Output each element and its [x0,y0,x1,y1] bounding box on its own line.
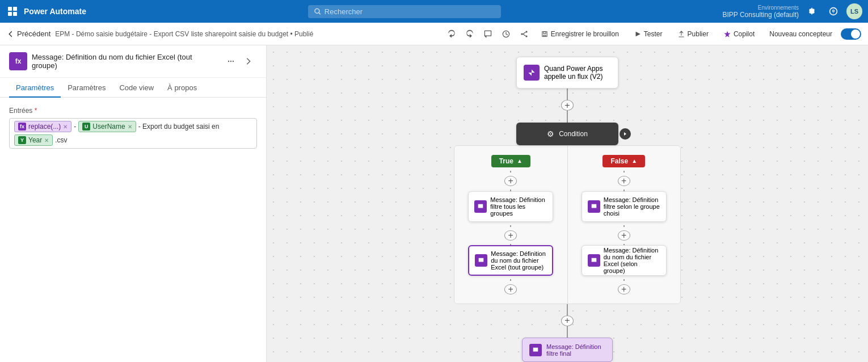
undo-icon[interactable] [444,26,460,42]
add-true-step-2[interactable]: + [504,230,517,241]
flow-container: Quand Power Apps appelle un flux (V2) + … [267,45,868,362]
app-icon[interactable] [6,5,19,18]
settings-icon-btn[interactable] [803,3,820,20]
token-year-text: Year [28,136,42,144]
svg-point-4 [315,9,319,13]
add-true-step-1[interactable]: + [504,176,517,186]
more-options-icon[interactable] [223,53,239,69]
false-branch-label[interactable]: False ▲ [602,155,645,167]
trigger-node[interactable]: Quand Power Apps appelle un flux (V2) [516,57,618,89]
tab-codeview[interactable]: Code view [112,78,161,98]
svg-point-16 [230,61,231,62]
plain-text-middle: - Export du budget saisi en [138,123,220,131]
save-draft-label: Enregistrer le brouillon [551,30,619,38]
second-nav-actions: Enregistrer le brouillon Tester Publier … [444,26,861,42]
false-node-2-icon [588,254,600,267]
test-button[interactable]: Tester [627,27,669,41]
trigger-icon [524,65,540,81]
svg-rect-3 [13,12,17,16]
true-node-2-icon [475,254,487,267]
copilot-label: Copilot [734,30,755,38]
token-year-close[interactable]: ✕ [44,137,49,144]
add-step-after-condition[interactable]: + [561,315,574,326]
designer-toggle[interactable] [841,28,861,40]
publish-button[interactable]: Publier [671,27,715,41]
entries-label: Entrées * [9,107,257,115]
conn-false-3 [623,225,625,227]
redo-icon[interactable] [462,26,478,42]
conn-true-3 [510,225,511,227]
save-draft-button[interactable]: Enregistrer le brouillon [534,27,625,41]
tab-parametres2[interactable]: Paramètres [61,78,112,98]
help-icon-btn[interactable] [825,3,842,20]
back-button[interactable]: Précédent [7,30,50,38]
true-node-2[interactable]: Message: Définition du nom du fichier Ex… [468,245,553,276]
tab-apropos[interactable]: À propos [161,78,204,98]
final-node[interactable]: Message: Définition filtre final [522,338,613,362]
panel-header-icons [223,53,257,69]
conn-false-1 [623,171,625,173]
token-username[interactable]: U UserName ✕ [78,121,136,132]
token-year-icon: Y [18,136,26,144]
svg-line-11 [523,32,525,33]
condition-icon: ⚙ [547,129,554,138]
connector-1 [567,89,568,100]
token-replace[interactable]: fx replace(...) ✕ [14,121,71,132]
history-icon[interactable] [498,26,514,42]
svg-line-5 [319,12,321,14]
entry-field[interactable]: fx replace(...) ✕ - U UserName ✕ - Expor… [9,118,257,149]
token-username-text: UserName [92,123,125,131]
svg-line-12 [523,34,525,36]
token-year[interactable]: Y Year ✕ [14,134,53,146]
true-node-1-icon [474,200,487,213]
search-input[interactable] [325,7,495,16]
tab-parametres1[interactable]: Paramètres [9,78,61,98]
add-false-step-1[interactable]: + [618,176,630,186]
add-true-step-3[interactable]: + [504,284,517,294]
add-false-step-3[interactable]: + [618,284,630,294]
condition-node[interactable]: ⚙ Condition [516,123,618,145]
svg-rect-0 [8,7,12,11]
panel-header: fx Message: Définition du nom du fichier… [0,45,266,78]
token-username-icon: U [82,123,90,131]
left-panel: fx Message: Définition du nom du fichier… [0,45,267,362]
false-node-2[interactable]: Message: Définition du nom du fichier Ex… [582,245,667,276]
svg-point-6 [830,8,837,15]
connector-2 [567,111,568,122]
breadcrumb: EPM - Démo saisie budgétaire - Export CS… [55,30,439,38]
plain-text-csv: .csv [55,136,67,144]
final-node-text: Message: Définition filtre final [546,343,605,357]
false-collapse-icon: ▲ [631,158,637,164]
true-node-1[interactable]: Message: Définition filtre tous les grou… [468,191,553,222]
token-replace-close[interactable]: ✕ [63,124,68,130]
svg-point-9 [525,31,527,32]
separator-dash1: - [74,123,76,131]
false-node-1-text: Message: Définition filtre selon le grou… [604,196,660,217]
copilot-button[interactable]: Copilot [717,27,761,41]
svg-rect-13 [543,35,546,36]
top-nav-right: Environnements BIPP Consulting (default)… [722,3,862,20]
connector-post-condition [567,304,568,315]
search-bar[interactable] [308,5,501,18]
connections-icon[interactable] [516,26,532,42]
avatar[interactable]: LS [846,3,862,19]
add-step-1[interactable]: + [561,100,574,111]
new-designer-button[interactable]: Nouveau concepteur [763,27,838,41]
comments-icon[interactable] [480,26,496,42]
true-branch-label[interactable]: True ▲ [491,155,530,167]
false-node-1[interactable]: Message: Définition filtre selon le grou… [582,191,667,222]
action-node-icon: fx [9,52,27,70]
svg-rect-14 [543,31,546,33]
top-nav: Power Automate Environnements BIPP Consu… [0,0,868,23]
conn-true-1 [510,171,511,173]
svg-rect-2 [8,12,12,16]
true-branch: True ▲ + Message: Définition filtre tous… [454,146,568,304]
condition-collapse-btn[interactable] [620,128,631,140]
conn-true-5 [510,279,511,281]
add-false-step-2[interactable]: + [618,230,630,241]
token-username-close[interactable]: ✕ [128,124,132,130]
second-nav: Précédent EPM - Démo saisie budgétaire -… [0,23,868,45]
collapse-panel-icon[interactable] [241,53,257,69]
panel-content: Entrées * fx replace(...) ✕ - U UserName… [0,98,266,362]
token-replace-text: replace(...) [28,123,61,131]
